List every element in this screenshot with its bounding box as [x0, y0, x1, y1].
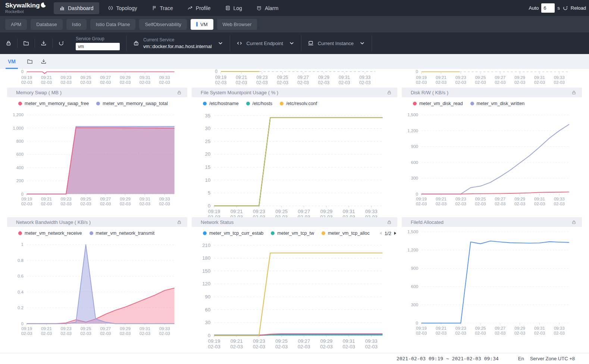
legend-item-meter-vm-network-transmit[interactable]: meter_vm_network_transmit	[90, 231, 155, 236]
svg-text:02-03: 02-03	[140, 80, 150, 85]
pager-prev-icon[interactable]	[379, 231, 383, 235]
chevron-down-icon[interactable]	[359, 40, 365, 46]
lock-icon[interactable]	[177, 90, 182, 95]
svg-text:400: 400	[16, 165, 24, 170]
panel-network-status: Network Statusmeter_vm_tcp_curr_estabmet…	[192, 217, 397, 344]
download-icon[interactable]	[41, 58, 47, 64]
nav-item-trace[interactable]: Trace	[146, 2, 179, 14]
reload-icon[interactable]	[563, 5, 568, 11]
legend-item-etc-resolv-conf[interactable]: /etc/resolv.conf	[280, 101, 317, 106]
dashboard-tab-database[interactable]: Database	[31, 19, 63, 30]
legend-dot	[203, 102, 207, 105]
svg-text:900: 900	[411, 266, 418, 270]
svg-text:0: 0	[416, 70, 418, 74]
current-endpoint-select[interactable]: Current Endpoint	[230, 40, 301, 46]
language-toggle[interactable]: En	[518, 356, 524, 361]
svg-text:02-03: 02-03	[80, 80, 91, 85]
dashboard-tab-selfobservability[interactable]: SelfObservability	[139, 19, 187, 30]
reload-button[interactable]: Reload	[571, 5, 586, 11]
panel-header: Memory Swap ( MB )	[7, 88, 187, 97]
svg-text:02-03: 02-03	[253, 344, 265, 349]
legend-pager: 1/2	[379, 231, 397, 236]
folder-icon[interactable]	[18, 40, 35, 46]
svg-text:09:23: 09:23	[61, 197, 72, 201]
dashboard-tab-vm[interactable]: VM	[191, 19, 213, 30]
legend-item-meter-vm-memory-swap-free[interactable]: meter_vm_memory_swap_free	[18, 101, 89, 106]
svg-text:30: 30	[205, 320, 211, 325]
svg-text:09:31: 09:31	[343, 338, 355, 344]
svg-text:09:33: 09:33	[554, 326, 565, 330]
trace-icon	[151, 5, 157, 11]
svg-text:02-03: 02-03	[159, 202, 170, 206]
chart-disk-r-w-kb-s: 03006009001,2001,50009:1902-0309:2102-03…	[402, 110, 582, 210]
svg-text:02-03: 02-03	[554, 331, 564, 335]
legend-item-etc-hostname[interactable]: /etc/hostname	[203, 101, 239, 106]
legend-item-meter-vm-tcp-alloc[interactable]: meter_vm_tcp_alloc	[322, 231, 370, 236]
legend-item-meter-vm-tcp-tw[interactable]: meter_vm_tcp_tw	[271, 231, 314, 236]
download-icon[interactable]	[35, 40, 52, 46]
dashboard-tab-istio[interactable]: Istio	[66, 19, 87, 30]
legend-item-meter-vm-tcp-curr-estab[interactable]: meter_vm_tcp_curr_estab	[203, 231, 263, 236]
service-group-input[interactable]	[76, 43, 120, 50]
svg-text:09:21: 09:21	[41, 326, 52, 331]
svg-text:02-03: 02-03	[159, 80, 170, 85]
folder-icon[interactable]	[27, 58, 33, 64]
svg-text:0: 0	[208, 203, 210, 209]
svg-text:0: 0	[416, 192, 418, 196]
svg-text:09:21: 09:21	[231, 338, 243, 344]
legend-item-meter-vm-network-receive[interactable]: meter_vm_network_receive	[18, 231, 82, 236]
dashboard-tab-apm[interactable]: APM	[5, 19, 27, 30]
legend-item-etc-hosts[interactable]: /etc/hosts	[246, 101, 273, 106]
svg-text:02-03: 02-03	[339, 80, 350, 85]
time-range-picker[interactable]: 2021-02-03 09:19 ~ 2021-02-03 09:34	[397, 356, 499, 361]
legend-label: /etc/resolv.conf	[286, 101, 317, 106]
svg-text:09:29: 09:29	[320, 209, 333, 214]
svg-text:200: 200	[16, 178, 24, 183]
nav-item-label: Trace	[160, 5, 173, 11]
auto-interval-input[interactable]	[541, 3, 555, 13]
svg-text:02-03: 02-03	[455, 80, 466, 85]
dashboard-tab-istio-data-plane[interactable]: Istio Data Plane	[90, 19, 136, 30]
tab-vm[interactable]: VM	[4, 54, 19, 69]
legend-label: meter_vm_memory_swap_total	[103, 101, 167, 106]
svg-text:09:29: 09:29	[320, 338, 333, 344]
lock-icon[interactable]	[571, 220, 576, 225]
svg-text:0.4: 0.4	[18, 290, 24, 294]
dashboard-tab-web-browser[interactable]: Web Browser	[217, 19, 257, 30]
chevron-down-icon[interactable]	[217, 40, 223, 46]
svg-text:1,200: 1,200	[407, 129, 418, 133]
panel-header: Network Bandwidth Usage ( KB/s )	[7, 217, 187, 227]
pager-next-icon[interactable]	[393, 231, 397, 235]
lock-icon[interactable]	[387, 90, 392, 95]
svg-text:02-03: 02-03	[140, 202, 150, 206]
nav-item-alarm[interactable]: Alarm	[251, 2, 284, 14]
lock-icon[interactable]	[387, 220, 392, 225]
current-service-select[interactable]: Current Service vm::docker.for.mac.host.…	[127, 37, 230, 49]
svg-text:09:25: 09:25	[475, 75, 486, 80]
status-bar: 2021-02-03 09:19 ~ 2021-02-03 09:34 En S…	[0, 353, 589, 364]
nav-item-dashboard[interactable]: Dashboard	[54, 2, 99, 14]
panel-title: Filefd Allocated	[411, 219, 444, 225]
lock-icon[interactable]	[0, 40, 17, 46]
legend-item-meter-vm-disk-read[interactable]: meter_vm_disk_read	[413, 101, 463, 106]
legend-item-meter-vm-disk-written[interactable]: meter_vm_disk_written	[470, 101, 525, 106]
panel-memory-swap-mb: Memory Swap ( MB )meter_vm_memory_swap_f…	[7, 88, 187, 214]
svg-text:30: 30	[205, 126, 211, 131]
nav-item-topology[interactable]: Topology	[102, 2, 143, 14]
current-instance-select[interactable]: Current Instance	[301, 40, 372, 46]
lock-icon[interactable]	[177, 220, 182, 225]
svg-text:09:25: 09:25	[81, 75, 91, 80]
legend-label: meter_vm_tcp_alloc	[328, 231, 370, 236]
dashboard-toolbar: Service Group Current Service vm::docker…	[0, 32, 589, 54]
nav-item-profile[interactable]: Profile	[182, 2, 216, 14]
svg-text:1: 1	[21, 242, 24, 247]
active-tab-marker	[196, 22, 198, 26]
panel-file-system-mountpoint-usage: File System Mountpoint Usage ( % )/etc/h…	[192, 88, 397, 214]
svg-text:02-03: 02-03	[275, 344, 288, 349]
lock-icon[interactable]	[571, 90, 576, 95]
nav-item-log[interactable]: Log	[219, 2, 248, 14]
refresh-icon[interactable]	[53, 40, 70, 46]
svg-text:02-03: 02-03	[21, 331, 32, 336]
chevron-down-icon[interactable]	[289, 40, 295, 46]
legend-item-meter-vm-memory-swap-total[interactable]: meter_vm_memory_swap_total	[96, 101, 167, 106]
